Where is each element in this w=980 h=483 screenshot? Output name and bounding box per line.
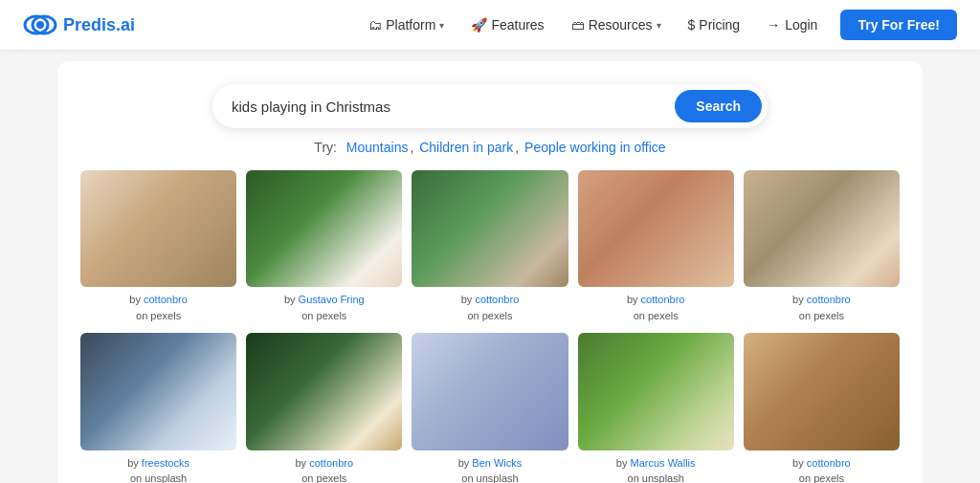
image-thumb-2[interactable] bbox=[246, 170, 402, 287]
image-thumb-6[interactable] bbox=[80, 333, 236, 450]
image-caption-3: by cottonbroon pexels bbox=[461, 292, 520, 323]
nav-platform[interactable]: 🗂 Platform ▾ bbox=[357, 11, 456, 38]
image-thumb-3[interactable] bbox=[412, 170, 568, 287]
logo-icon bbox=[23, 8, 57, 42]
image-caption-8: by Ben Wickson unsplash bbox=[458, 455, 523, 483]
suggestion-children-in-park[interactable]: Children in park bbox=[419, 140, 513, 155]
image-caption-4: by cottonbroon pexels bbox=[627, 292, 685, 323]
image-card-2: by Gustavo Fringon pexels bbox=[246, 170, 402, 323]
nav-pricing[interactable]: $ Pricing bbox=[677, 11, 752, 38]
image-thumb-1[interactable] bbox=[80, 170, 236, 287]
suggestion-mountains[interactable]: Mountains bbox=[346, 140, 409, 155]
suggestions-row: Try: Mountains, Children in park, People… bbox=[80, 140, 900, 155]
search-button[interactable]: Search bbox=[675, 90, 762, 122]
image-card-4: by cottonbroon pexels bbox=[578, 170, 734, 323]
image-card-1: by cottonbroon pexels bbox=[80, 170, 236, 323]
nav-login[interactable]: → Login bbox=[755, 11, 829, 38]
platform-icon: 🗂 bbox=[368, 17, 382, 33]
suggestion-people-working[interactable]: People working in office bbox=[524, 140, 666, 155]
image-caption-9: by Marcus Wallison unsplash bbox=[616, 455, 696, 483]
image-caption-10: by cottonbroon pexels bbox=[792, 455, 851, 483]
resources-label: Resources bbox=[589, 17, 653, 33]
image-caption-2: by Gustavo Fringon pexels bbox=[284, 292, 365, 323]
features-label: Features bbox=[491, 17, 544, 33]
image-card-7: by cottonbroon pexels bbox=[246, 333, 402, 483]
try-for-free-button[interactable]: Try For Free! bbox=[840, 10, 957, 40]
nav-features[interactable]: 🚀 Features bbox=[459, 11, 555, 38]
image-caption-6: by freestockson unsplash bbox=[127, 455, 189, 483]
image-thumb-10[interactable] bbox=[744, 333, 900, 450]
login-label: Login bbox=[785, 17, 817, 33]
search-bar: Search bbox=[212, 84, 768, 128]
resources-icon: 🗃 bbox=[571, 17, 585, 33]
svg-point-2 bbox=[36, 21, 44, 29]
image-card-10: by cottonbroon pexels bbox=[744, 333, 900, 483]
logo-area: Predis.ai bbox=[23, 8, 135, 42]
try-prefix: Try: bbox=[314, 140, 337, 155]
image-card-9: by Marcus Wallison unsplash bbox=[578, 333, 734, 483]
features-icon: 🚀 bbox=[471, 17, 487, 33]
image-thumb-4[interactable] bbox=[578, 170, 734, 287]
image-grid: by cottonbroon pexels by Gustavo Fringon… bbox=[80, 170, 900, 483]
image-card-8: by Ben Wickson unsplash bbox=[412, 333, 568, 483]
image-thumb-5[interactable] bbox=[744, 170, 900, 287]
brand-name: Predis.ai bbox=[63, 15, 135, 35]
login-icon: → bbox=[767, 17, 780, 33]
image-thumb-7[interactable] bbox=[246, 333, 402, 450]
image-caption-5: by cottonbroon pexels bbox=[792, 292, 851, 323]
search-bar-wrap: Search bbox=[80, 84, 900, 128]
search-input[interactable] bbox=[232, 99, 675, 115]
resources-chevron: ▾ bbox=[657, 20, 661, 31]
image-caption-1: by cottonbroon pexels bbox=[129, 292, 188, 323]
image-card-5: by cottonbroon pexels bbox=[744, 170, 900, 323]
platform-chevron: ▾ bbox=[439, 20, 444, 31]
nav-resources[interactable]: 🗃 Resources ▾ bbox=[560, 11, 673, 38]
main-content: Search Try: Mountains, Children in park,… bbox=[57, 61, 923, 483]
image-thumb-9[interactable] bbox=[578, 333, 734, 450]
platform-label: Platform bbox=[386, 17, 435, 33]
image-caption-7: by cottonbroon pexels bbox=[296, 455, 354, 483]
nav-links: 🗂 Platform ▾ 🚀 Features 🗃 Resources ▾ $ … bbox=[357, 10, 957, 40]
image-thumb-8[interactable] bbox=[412, 333, 568, 450]
image-card-3: by cottonbroon pexels bbox=[412, 170, 568, 323]
pricing-label: Pricing bbox=[699, 17, 740, 33]
navbar: Predis.ai 🗂 Platform ▾ 🚀 Features 🗃 Reso… bbox=[0, 0, 980, 50]
image-card-6: by freestockson unsplash bbox=[80, 333, 236, 483]
pricing-icon: $ bbox=[688, 17, 696, 33]
